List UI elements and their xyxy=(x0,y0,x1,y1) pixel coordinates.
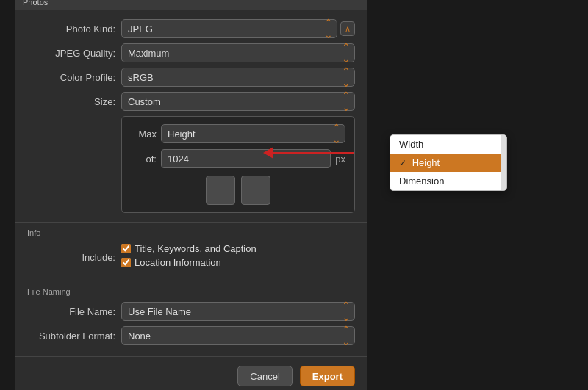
arrow-line xyxy=(273,152,354,154)
subfolder-select-wrapper: None ⌃⌄ xyxy=(121,326,355,345)
height-select-wrapper: Height ⌃⌄ xyxy=(161,124,345,143)
info-section: Info Include: Title, Keywords, and Capti… xyxy=(15,223,367,281)
dropdown-item-width[interactable]: Width xyxy=(390,135,506,154)
checkmark-icon: ✓ xyxy=(399,158,406,168)
photo-kind-row: Photo Kind: JPEG ⌃⌄ ∧ xyxy=(27,19,355,38)
dropdown-item-dimension[interactable]: Dimension xyxy=(390,172,506,190)
dropdown-scrollbar[interactable] xyxy=(501,135,506,190)
size-select[interactable]: Custom xyxy=(121,92,355,111)
file-name-select[interactable]: Use File Name xyxy=(121,302,355,321)
square-button-1[interactable] xyxy=(206,176,235,205)
square-button-2[interactable] xyxy=(241,176,270,205)
subfolder-label: Subfolder Format: xyxy=(27,331,115,342)
color-profile-row: Color Profile: sRGB ⌃⌄ xyxy=(27,68,355,87)
cancel-button[interactable]: Cancel xyxy=(237,366,292,386)
max-label: Max xyxy=(131,129,157,140)
title-keywords-checkbox[interactable] xyxy=(121,244,131,253)
info-section-label: Info xyxy=(27,228,355,237)
file-name-select-wrapper: Use File Name ⌃⌄ xyxy=(121,302,355,321)
location-checkbox[interactable] xyxy=(121,258,131,267)
dimension-option-label: Dimension xyxy=(399,176,444,187)
color-profile-label: Color Profile: xyxy=(27,72,115,83)
file-name-row: File Name: Use File Name ⌃⌄ xyxy=(27,302,355,321)
file-name-label: File Name: xyxy=(27,306,115,317)
file-naming-section: File Naming File Name: Use File Name ⌃⌄ … xyxy=(15,281,367,357)
location-label: Location Information xyxy=(135,257,221,268)
export-button[interactable]: Export xyxy=(300,366,355,386)
title-keywords-label: Title, Keywords, and Caption xyxy=(135,243,257,254)
size-row: Size: Custom ⌃⌄ xyxy=(27,92,355,111)
square-buttons-row xyxy=(131,176,345,205)
width-option-label: Width xyxy=(399,139,423,150)
max-height-row: Max Height ⌃⌄ xyxy=(131,124,345,143)
dialog-title: Photos xyxy=(15,0,367,10)
size-select-wrapper: Custom ⌃⌄ xyxy=(121,92,355,111)
height-option-label: Height xyxy=(412,157,440,168)
color-profile-select-wrapper: sRGB ⌃⌄ xyxy=(121,68,355,87)
photo-kind-select[interactable]: JPEG xyxy=(121,19,337,38)
subfolder-select[interactable]: None xyxy=(121,326,355,345)
location-row: Location Information xyxy=(121,257,355,268)
red-arrow-indicator xyxy=(265,147,354,159)
photo-kind-label: Photo Kind: xyxy=(27,24,115,35)
main-section: Photo Kind: JPEG ⌃⌄ ∧ JPEG Quality: Maxi… xyxy=(15,10,367,223)
of-label: of: xyxy=(131,154,157,165)
include-row: Include: Title, Keywords, and Caption Lo… xyxy=(27,243,355,271)
height-dropdown-popup: Width ✓ Height Dimension xyxy=(390,134,507,191)
title-keywords-row: Title, Keywords, and Caption xyxy=(121,243,355,254)
jpeg-quality-select-wrapper: Maximum ⌃⌄ xyxy=(121,43,355,62)
photo-kind-select-wrapper: JPEG ⌃⌄ xyxy=(121,19,337,38)
file-naming-section-label: File Naming xyxy=(27,287,355,296)
height-select[interactable]: Height xyxy=(161,124,345,143)
jpeg-quality-label: JPEG Quality: xyxy=(27,48,115,59)
collapse-button[interactable]: ∧ xyxy=(340,21,355,36)
include-label: Include: xyxy=(27,252,115,263)
dropdown-item-height[interactable]: ✓ Height xyxy=(390,154,506,172)
export-dialog: Photos Photo Kind: JPEG ⌃⌄ ∧ JPEG Qualit… xyxy=(15,0,368,390)
include-items: Title, Keywords, and Caption Location In… xyxy=(121,243,355,271)
size-label: Size: xyxy=(27,96,115,107)
dialog-footer: Cancel Export xyxy=(15,357,367,390)
subfolder-row: Subfolder Format: None ⌃⌄ xyxy=(27,326,355,345)
jpeg-quality-select[interactable]: Maximum xyxy=(121,43,355,62)
size-inner-box: Max Height ⌃⌄ of: px xyxy=(121,116,355,213)
arrow-head-icon xyxy=(263,147,273,159)
color-profile-select[interactable]: sRGB xyxy=(121,68,355,87)
jpeg-quality-row: JPEG Quality: Maximum ⌃⌄ xyxy=(27,43,355,62)
